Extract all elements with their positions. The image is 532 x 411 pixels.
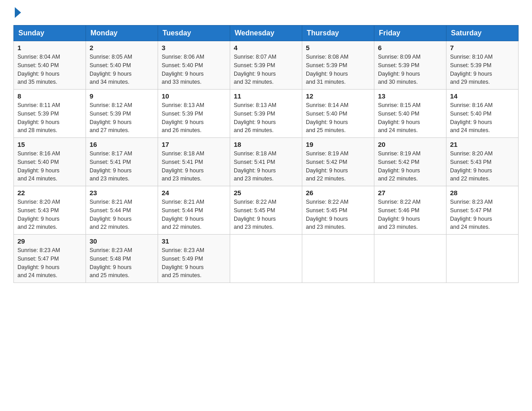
- day-number: 24: [162, 189, 226, 197]
- day-info: Sunrise: 8:21 AMSunset: 5:44 PMDaylight:…: [162, 198, 226, 231]
- day-cell-18: 18 Sunrise: 8:18 AMSunset: 5:41 PMDaylig…: [230, 138, 302, 186]
- day-number: 28: [450, 189, 515, 197]
- day-number: 10: [162, 92, 226, 100]
- day-info: Sunrise: 8:12 AMSunset: 5:39 PMDaylight:…: [90, 101, 154, 135]
- header-tuesday: Tuesday: [158, 26, 230, 41]
- day-cell-16: 16 Sunrise: 8:17 AMSunset: 5:41 PMDaylig…: [86, 138, 158, 186]
- day-info: Sunrise: 8:22 AMSunset: 5:45 PMDaylight:…: [234, 198, 298, 231]
- day-info: Sunrise: 8:14 AMSunset: 5:40 PMDaylight:…: [306, 101, 370, 135]
- day-cell-26: 26 Sunrise: 8:22 AMSunset: 5:45 PMDaylig…: [302, 186, 374, 235]
- day-number: 11: [234, 92, 298, 100]
- day-cell-12: 12 Sunrise: 8:14 AMSunset: 5:40 PMDaylig…: [302, 90, 374, 138]
- day-cell-3: 3 Sunrise: 8:06 AMSunset: 5:40 PMDayligh…: [158, 41, 230, 90]
- day-cell-1: 1 Sunrise: 8:04 AMSunset: 5:40 PMDayligh…: [14, 41, 86, 90]
- day-info: Sunrise: 8:16 AMSunset: 5:40 PMDaylight:…: [17, 150, 82, 183]
- day-info: Sunrise: 8:19 AMSunset: 5:42 PMDaylight:…: [378, 150, 442, 183]
- day-number: 6: [378, 44, 442, 51]
- day-info: Sunrise: 8:23 AMSunset: 5:47 PMDaylight:…: [17, 246, 82, 280]
- logo: [13, 9, 21, 16]
- day-cell-6: 6 Sunrise: 8:09 AMSunset: 5:39 PMDayligh…: [374, 41, 446, 90]
- day-number: 25: [234, 189, 298, 197]
- day-info: Sunrise: 8:20 AMSunset: 5:43 PMDaylight:…: [450, 150, 515, 183]
- day-cell-21: 21 Sunrise: 8:20 AMSunset: 5:43 PMDaylig…: [446, 138, 519, 186]
- day-number: 13: [378, 92, 442, 100]
- day-info: Sunrise: 8:11 AMSunset: 5:39 PMDaylight:…: [17, 101, 82, 135]
- header-monday: Monday: [86, 26, 158, 41]
- day-info: Sunrise: 8:06 AMSunset: 5:40 PMDaylight:…: [162, 53, 226, 86]
- day-number: 23: [90, 189, 154, 197]
- week-row-1: 1 Sunrise: 8:04 AMSunset: 5:40 PMDayligh…: [14, 41, 519, 90]
- day-info: Sunrise: 8:23 AMSunset: 5:48 PMDaylight:…: [90, 246, 154, 280]
- header-saturday: Saturday: [446, 26, 519, 41]
- day-number: 2: [90, 44, 154, 51]
- day-cell-2: 2 Sunrise: 8:05 AMSunset: 5:40 PMDayligh…: [86, 41, 158, 90]
- day-number: 8: [17, 92, 82, 100]
- day-info: Sunrise: 8:10 AMSunset: 5:39 PMDaylight:…: [450, 53, 515, 86]
- day-info: Sunrise: 8:18 AMSunset: 5:41 PMDaylight:…: [162, 150, 226, 183]
- day-info: Sunrise: 8:23 AMSunset: 5:49 PMDaylight:…: [162, 246, 226, 280]
- week-row-4: 22 Sunrise: 8:20 AMSunset: 5:43 PMDaylig…: [14, 186, 519, 235]
- header-friday: Friday: [374, 26, 446, 41]
- day-info: Sunrise: 8:08 AMSunset: 5:39 PMDaylight:…: [306, 53, 370, 86]
- day-info: Sunrise: 8:23 AMSunset: 5:47 PMDaylight:…: [450, 198, 515, 231]
- day-cell-28: 28 Sunrise: 8:23 AMSunset: 5:47 PMDaylig…: [446, 186, 519, 235]
- day-info: Sunrise: 8:20 AMSunset: 5:43 PMDaylight:…: [17, 198, 82, 231]
- day-info: Sunrise: 8:07 AMSunset: 5:39 PMDaylight:…: [234, 53, 298, 86]
- day-number: 4: [234, 44, 298, 51]
- day-cell-31: 31 Sunrise: 8:23 AMSunset: 5:49 PMDaylig…: [158, 235, 230, 283]
- day-number: 1: [17, 44, 82, 51]
- day-cell-29: 29 Sunrise: 8:23 AMSunset: 5:47 PMDaylig…: [14, 235, 86, 283]
- day-number: 16: [90, 141, 154, 148]
- day-info: Sunrise: 8:13 AMSunset: 5:39 PMDaylight:…: [234, 101, 298, 135]
- day-info: Sunrise: 8:05 AMSunset: 5:40 PMDaylight:…: [90, 53, 154, 86]
- day-number: 5: [306, 44, 370, 51]
- header-thursday: Thursday: [302, 26, 374, 41]
- day-cell-23: 23 Sunrise: 8:21 AMSunset: 5:44 PMDaylig…: [86, 186, 158, 235]
- day-cell-24: 24 Sunrise: 8:21 AMSunset: 5:44 PMDaylig…: [158, 186, 230, 235]
- day-number: 30: [90, 237, 154, 245]
- day-number: 3: [162, 44, 226, 51]
- day-cell-4: 4 Sunrise: 8:07 AMSunset: 5:39 PMDayligh…: [230, 41, 302, 90]
- day-info: Sunrise: 8:09 AMSunset: 5:39 PMDaylight:…: [378, 53, 442, 86]
- day-info: Sunrise: 8:18 AMSunset: 5:41 PMDaylight:…: [234, 150, 298, 183]
- day-number: 19: [306, 141, 370, 148]
- header-wednesday: Wednesday: [230, 26, 302, 41]
- day-number: 31: [162, 237, 226, 245]
- day-info: Sunrise: 8:04 AMSunset: 5:40 PMDaylight:…: [17, 53, 82, 86]
- day-cell-7: 7 Sunrise: 8:10 AMSunset: 5:39 PMDayligh…: [446, 41, 519, 90]
- day-number: 27: [378, 189, 442, 197]
- day-number: 15: [17, 141, 82, 148]
- day-number: 12: [306, 92, 370, 100]
- day-info: Sunrise: 8:17 AMSunset: 5:41 PMDaylight:…: [90, 150, 154, 183]
- day-cell-25: 25 Sunrise: 8:22 AMSunset: 5:45 PMDaylig…: [230, 186, 302, 235]
- day-cell-11: 11 Sunrise: 8:13 AMSunset: 5:39 PMDaylig…: [230, 90, 302, 138]
- empty-cell: [446, 235, 519, 283]
- day-cell-30: 30 Sunrise: 8:23 AMSunset: 5:48 PMDaylig…: [86, 235, 158, 283]
- calendar-table: SundayMondayTuesdayWednesdayThursdayFrid…: [13, 25, 519, 283]
- day-info: Sunrise: 8:22 AMSunset: 5:46 PMDaylight:…: [378, 198, 442, 231]
- header-sunday: Sunday: [14, 26, 86, 41]
- day-cell-27: 27 Sunrise: 8:22 AMSunset: 5:46 PMDaylig…: [374, 186, 446, 235]
- day-cell-20: 20 Sunrise: 8:19 AMSunset: 5:42 PMDaylig…: [374, 138, 446, 186]
- day-number: 26: [306, 189, 370, 197]
- week-row-3: 15 Sunrise: 8:16 AMSunset: 5:40 PMDaylig…: [14, 138, 519, 186]
- day-number: 21: [450, 141, 515, 148]
- day-cell-14: 14 Sunrise: 8:16 AMSunset: 5:40 PMDaylig…: [446, 90, 519, 138]
- day-info: Sunrise: 8:15 AMSunset: 5:40 PMDaylight:…: [378, 101, 442, 135]
- page-header: [13, 9, 519, 16]
- week-row-2: 8 Sunrise: 8:11 AMSunset: 5:39 PMDayligh…: [14, 90, 519, 138]
- day-cell-15: 15 Sunrise: 8:16 AMSunset: 5:40 PMDaylig…: [14, 138, 86, 186]
- day-number: 29: [17, 237, 82, 245]
- day-info: Sunrise: 8:22 AMSunset: 5:45 PMDaylight:…: [306, 198, 370, 231]
- day-cell-17: 17 Sunrise: 8:18 AMSunset: 5:41 PMDaylig…: [158, 138, 230, 186]
- day-cell-22: 22 Sunrise: 8:20 AMSunset: 5:43 PMDaylig…: [14, 186, 86, 235]
- day-info: Sunrise: 8:19 AMSunset: 5:42 PMDaylight:…: [306, 150, 370, 183]
- empty-cell: [302, 235, 374, 283]
- day-cell-5: 5 Sunrise: 8:08 AMSunset: 5:39 PMDayligh…: [302, 41, 374, 90]
- day-number: 7: [450, 44, 515, 51]
- day-cell-9: 9 Sunrise: 8:12 AMSunset: 5:39 PMDayligh…: [86, 90, 158, 138]
- day-cell-10: 10 Sunrise: 8:13 AMSunset: 5:39 PMDaylig…: [158, 90, 230, 138]
- day-cell-8: 8 Sunrise: 8:11 AMSunset: 5:39 PMDayligh…: [14, 90, 86, 138]
- day-number: 17: [162, 141, 226, 148]
- logo-arrow-icon: [15, 7, 21, 18]
